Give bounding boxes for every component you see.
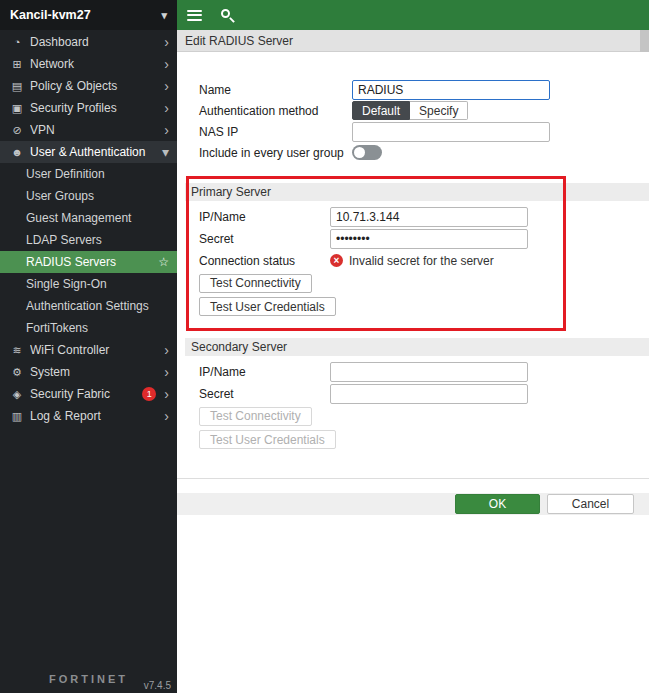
primary-secret-input[interactable] <box>330 229 528 249</box>
chevron-right-icon: › <box>164 365 169 379</box>
name-input[interactable] <box>352 80 550 100</box>
chevron-right-icon: › <box>164 57 169 71</box>
hostname-selector[interactable]: Kancil-kvm27 ▾ <box>0 0 177 30</box>
primary-ip-row: IP/Name <box>185 206 649 227</box>
sidebar-item-user-authentication[interactable]: ☻ User & Authentication ▾ <box>0 141 177 163</box>
page-title: Edit RADIUS Server <box>185 34 293 48</box>
cancel-button[interactable]: Cancel <box>547 494 634 514</box>
speedometer-icon: ◔ <box>8 36 26 48</box>
primary-test-connectivity-button[interactable]: Test Connectivity <box>199 274 312 293</box>
chevron-right-icon: › <box>164 409 169 423</box>
sidebar-item-log-report[interactable]: ▥ Log & Report › <box>0 405 177 427</box>
wifi-icon: ≋ <box>8 344 26 357</box>
scrollbar[interactable] <box>640 30 649 52</box>
auth-method-label: Authentication method <box>185 104 352 118</box>
connection-status-text: Invalid secret for the server <box>349 254 494 268</box>
user-icon: ☻ <box>8 146 26 158</box>
chevron-down-icon: ▾ <box>162 145 169 159</box>
sidebar-item-policy-objects[interactable]: ▤ Policy & Objects › <box>0 75 177 97</box>
sidebar-item-vpn[interactable]: ⊘ VPN › <box>0 119 177 141</box>
chevron-right-icon: › <box>164 123 169 137</box>
ok-button[interactable]: OK <box>455 494 540 514</box>
secondary-ip-input[interactable] <box>330 362 528 382</box>
connection-status-row: Connection status × Invalid secret for t… <box>185 250 649 271</box>
sidebar-item-single-sign-on[interactable]: Single Sign-On <box>0 273 177 295</box>
secondary-ip-row: IP/Name <box>185 361 649 382</box>
secondary-test-connectivity-button: Test Connectivity <box>199 407 312 426</box>
primary-secret-label: Secret <box>185 232 330 246</box>
fabric-icon: ◈ <box>8 388 26 401</box>
secondary-test-connectivity-wrap: Test Connectivity <box>185 406 649 426</box>
name-label: Name <box>185 83 352 97</box>
primary-server-header: Primary Server <box>185 183 649 201</box>
secondary-test-credentials-button: Test User Credentials <box>199 430 336 449</box>
network-icon: ⊞ <box>8 58 26 71</box>
chevron-right-icon: › <box>164 387 169 401</box>
secondary-server-header: Secondary Server <box>185 338 649 356</box>
auth-default-button[interactable]: Default <box>352 101 410 120</box>
main-panel: Edit RADIUS Server Name Authentication m… <box>177 0 649 693</box>
sidebar-item-system[interactable]: ⚙ System › <box>0 361 177 383</box>
secondary-secret-label: Secret <box>185 387 330 401</box>
star-icon[interactable]: ☆ <box>158 255 169 269</box>
sidebar-item-fortitokens[interactable]: FortiTokens <box>0 317 177 339</box>
sidebar-item-authentication-settings[interactable]: Authentication Settings <box>0 295 177 317</box>
footer-divider <box>177 478 649 479</box>
sidebar-item-security-profiles[interactable]: ▣ Security Profiles › <box>0 97 177 119</box>
menu-icon[interactable] <box>187 10 202 21</box>
nas-ip-row: NAS IP <box>185 121 649 142</box>
include-group-label: Include in every user group <box>185 146 352 160</box>
auth-method-segment: Default Specify <box>352 101 468 120</box>
gear-icon: ⚙ <box>8 366 26 379</box>
sidebar-item-network[interactable]: ⊞ Network › <box>0 53 177 75</box>
auth-method-row: Authentication method Default Specify <box>185 100 649 121</box>
chevron-right-icon: › <box>164 79 169 93</box>
nas-ip-input[interactable] <box>352 122 550 142</box>
sidebar-item-user-groups[interactable]: User Groups <box>0 185 177 207</box>
chart-icon: ▥ <box>8 410 26 423</box>
secondary-secret-input[interactable] <box>330 384 528 404</box>
sidebar-item-ldap-servers[interactable]: LDAP Servers <box>0 229 177 251</box>
chevron-right-icon: › <box>164 35 169 49</box>
chevron-right-icon: › <box>164 343 169 357</box>
chevron-down-icon: ▾ <box>161 9 167 22</box>
secondary-ip-label: IP/Name <box>185 365 330 379</box>
nas-ip-label: NAS IP <box>185 125 352 139</box>
include-group-toggle[interactable] <box>352 145 382 160</box>
breadcrumb: Edit RADIUS Server <box>177 30 649 52</box>
chevron-right-icon: › <box>164 101 169 115</box>
firmware-version: v7.4.5 <box>144 680 171 691</box>
secondary-test-credentials-wrap: Test User Credentials <box>185 430 649 450</box>
primary-secret-row: Secret <box>185 228 649 249</box>
lock-icon: ⊘ <box>8 124 26 137</box>
name-row: Name <box>185 79 649 100</box>
error-icon: × <box>330 254 343 267</box>
primary-ip-label: IP/Name <box>185 210 330 224</box>
notification-badge: 1 <box>142 387 156 401</box>
sidebar-item-dashboard[interactable]: ◔ Dashboard › <box>0 31 177 53</box>
hostname-label: Kancil-kvm27 <box>10 8 91 22</box>
connection-status-label: Connection status <box>185 254 330 268</box>
primary-ip-input[interactable] <box>330 207 528 227</box>
sidebar: Kancil-kvm27 ▾ ◔ Dashboard › ⊞ Network ›… <box>0 0 177 693</box>
primary-test-credentials-button[interactable]: Test User Credentials <box>199 297 336 316</box>
action-bar: OK Cancel <box>177 493 649 515</box>
top-bar <box>177 0 649 30</box>
auth-specify-button[interactable]: Specify <box>410 101 468 120</box>
sidebar-item-user-definition[interactable]: User Definition <box>0 163 177 185</box>
sidebar-item-wifi-controller[interactable]: ≋ WiFi Controller › <box>0 339 177 361</box>
policy-icon: ▤ <box>8 80 26 93</box>
sidebar-item-guest-management[interactable]: Guest Management <box>0 207 177 229</box>
sidebar-item-security-fabric[interactable]: ◈ Security Fabric 1 › <box>0 383 177 405</box>
primary-test-credentials-wrap: Test User Credentials <box>185 297 649 317</box>
shield-icon: ▣ <box>8 102 26 115</box>
secondary-secret-row: Secret <box>185 383 649 404</box>
primary-test-connectivity-wrap: Test Connectivity <box>185 273 649 293</box>
sidebar-nav: ◔ Dashboard › ⊞ Network › ▤ Policy & Obj… <box>0 31 177 427</box>
include-group-row: Include in every user group <box>185 142 649 163</box>
sidebar-item-radius-servers[interactable]: RADIUS Servers ☆ <box>0 251 177 273</box>
edit-radius-form: Name Authentication method Default Speci… <box>185 52 649 449</box>
search-icon[interactable] <box>220 8 235 23</box>
